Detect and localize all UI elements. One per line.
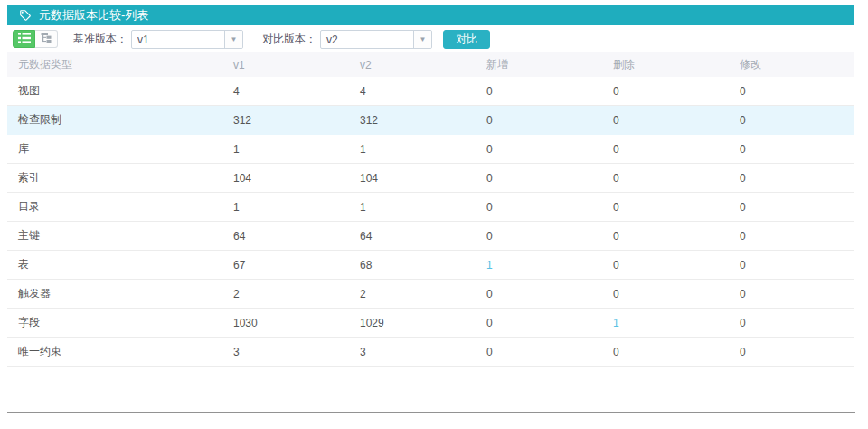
cell-v1-count: 1030: [222, 309, 349, 338]
compare-version-select[interactable]: v2 ▼: [320, 30, 432, 49]
cell-v1-count: 104: [222, 164, 349, 193]
cell-v1-count: 64: [222, 222, 349, 251]
cell-deleted-count: 0: [602, 106, 729, 135]
bottom-divider: [7, 412, 855, 413]
view-toggle-group: [13, 30, 58, 48]
cell-modified-count: 0: [729, 338, 854, 367]
table-row[interactable]: 字段 1030 1029 0 1 0: [7, 309, 854, 338]
base-version-select[interactable]: v1 ▼: [131, 30, 243, 49]
cell-v2-count: 4: [349, 77, 476, 106]
cell-v1-count: 1: [222, 135, 349, 164]
tag-icon: [19, 9, 32, 22]
cell-v2-count: 1029: [349, 309, 476, 338]
toolbar: 基准版本： v1 ▼ 对比版本： v2 ▼ 对比: [7, 25, 854, 52]
cell-metadata-type: 唯一约束: [7, 338, 222, 367]
cell-modified-count: 0: [729, 193, 854, 222]
cell-v1-count: 3: [222, 338, 349, 367]
cell-added-count: 0: [476, 77, 602, 106]
cell-v1-count: 312: [222, 106, 349, 135]
cell-v1-count: 67: [222, 251, 349, 280]
panel-title: 元数据版本比较-列表: [39, 7, 148, 24]
cell-added-count: 0: [476, 164, 602, 193]
compare-button[interactable]: 对比: [443, 30, 490, 49]
list-view-button[interactable]: [13, 30, 35, 48]
table-row[interactable]: 索引 104 104 0 0 0: [7, 164, 854, 193]
cell-added-count-diff-link[interactable]: 1: [476, 251, 602, 280]
cell-metadata-type: 触发器: [7, 280, 222, 309]
cell-added-count: 0: [476, 193, 602, 222]
cell-modified-count: 0: [729, 309, 854, 338]
cell-v2-count: 1: [349, 193, 476, 222]
cell-metadata-type: 字段: [7, 309, 222, 338]
column-header-v1: v1: [222, 52, 349, 77]
cell-v2-count: 2: [349, 280, 476, 309]
table-row[interactable]: 库 1 1 0 0 0: [7, 135, 854, 164]
table-row[interactable]: 表 67 68 1 0 0: [7, 251, 854, 280]
cell-deleted-count: 0: [602, 77, 729, 106]
cell-v1-count: 4: [222, 77, 349, 106]
base-version-label: 基准版本：: [73, 32, 127, 47]
column-header-deleted: 删除: [602, 52, 729, 77]
cell-added-count: 0: [476, 222, 602, 251]
cell-deleted-count: 0: [602, 193, 729, 222]
table-row[interactable]: 视图 4 4 0 0 0: [7, 77, 854, 106]
cell-added-count: 0: [476, 106, 602, 135]
panel-titlebar: 元数据版本比较-列表: [7, 5, 854, 25]
table-body: 视图 4 4 0 0 0 检查限制 312 312 0 0 0 库 1 1 0 …: [7, 77, 854, 367]
cell-v1-count: 2: [222, 280, 349, 309]
cell-deleted-count: 0: [602, 222, 729, 251]
cell-v2-count: 312: [349, 106, 476, 135]
cell-v1-count: 1: [222, 193, 349, 222]
cell-added-count: 0: [476, 280, 602, 309]
cell-deleted-count: 0: [602, 280, 729, 309]
base-version-value: v1: [132, 31, 224, 48]
chevron-down-icon[interactable]: ▼: [224, 31, 242, 48]
cell-metadata-type: 视图: [7, 77, 222, 106]
cell-added-count: 0: [476, 309, 602, 338]
column-header-added: 新增: [476, 52, 602, 77]
chevron-down-icon[interactable]: ▼: [413, 31, 431, 48]
cell-modified-count: 0: [729, 222, 854, 251]
cell-metadata-type: 索引: [7, 164, 222, 193]
cell-modified-count: 0: [729, 106, 854, 135]
cell-modified-count: 0: [729, 251, 854, 280]
cell-metadata-type: 检查限制: [7, 106, 222, 135]
cell-v2-count: 3: [349, 338, 476, 367]
cell-v2-count: 68: [349, 251, 476, 280]
cell-added-count: 0: [476, 135, 602, 164]
cell-deleted-count: 0: [602, 135, 729, 164]
cell-metadata-type: 表: [7, 251, 222, 280]
cell-metadata-type: 主键: [7, 222, 222, 251]
cell-modified-count: 0: [729, 135, 854, 164]
compare-version-label: 对比版本：: [262, 32, 316, 47]
tree-view-icon: [41, 33, 52, 46]
cell-metadata-type: 库: [7, 135, 222, 164]
comparison-table: 元数据类型 v1 v2 新增 删除 修改 视图 4 4 0 0 0 检查限制 3…: [7, 52, 854, 367]
cell-added-count: 0: [476, 338, 602, 367]
table-row[interactable]: 检查限制 312 312 0 0 0: [7, 106, 854, 135]
list-view-icon: [18, 33, 31, 46]
cell-modified-count: 0: [729, 280, 854, 309]
cell-modified-count: 0: [729, 77, 854, 106]
table-row[interactable]: 唯一约束 3 3 0 0 0: [7, 338, 854, 367]
cell-v2-count: 104: [349, 164, 476, 193]
cell-v2-count: 64: [349, 222, 476, 251]
cell-deleted-count-diff-link[interactable]: 1: [602, 309, 729, 338]
table-row[interactable]: 目录 1 1 0 0 0: [7, 193, 854, 222]
cell-modified-count: 0: [729, 164, 854, 193]
table-header: 元数据类型 v1 v2 新增 删除 修改: [7, 52, 854, 77]
table-row[interactable]: 触发器 2 2 0 0 0: [7, 280, 854, 309]
metadata-compare-panel: 元数据版本比较-列表: [7, 5, 854, 367]
cell-v2-count: 1: [349, 135, 476, 164]
compare-version-value: v2: [321, 31, 413, 48]
cell-metadata-type: 目录: [7, 193, 222, 222]
cell-deleted-count: 0: [602, 251, 729, 280]
column-header-type: 元数据类型: [7, 52, 222, 77]
cell-deleted-count: 0: [602, 338, 729, 367]
column-header-modified: 修改: [729, 52, 854, 77]
tree-view-button[interactable]: [35, 30, 58, 48]
cell-deleted-count: 0: [602, 164, 729, 193]
column-header-v2: v2: [349, 52, 476, 77]
table-row[interactable]: 主键 64 64 0 0 0: [7, 222, 854, 251]
